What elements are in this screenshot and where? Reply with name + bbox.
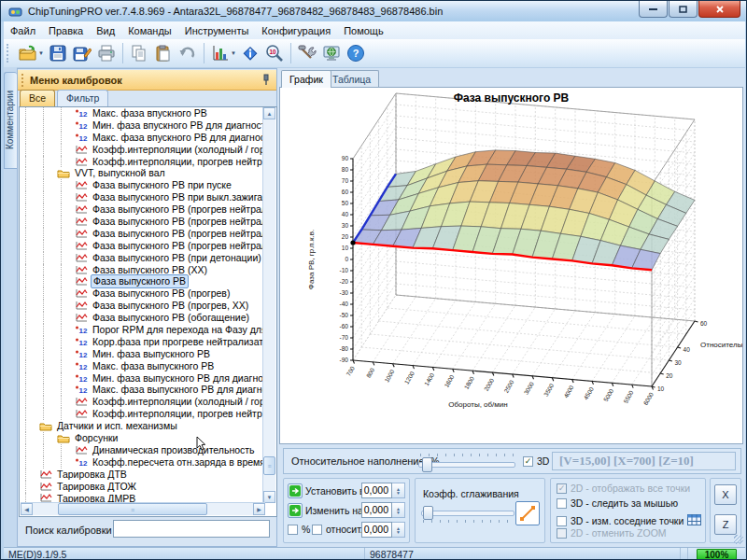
tree-item-label[interactable]: VVT, выпускной вал [73,167,167,179]
tree-item[interactable]: Коэфф.интерполяции (холодный / горячий ) [21,396,265,408]
comments-tab[interactable]: Комментарии [4,72,17,169]
tab-graph[interactable]: График [281,70,331,88]
z-axis-button[interactable]: Z [714,514,737,535]
tree-item[interactable]: Фаза выпускного РВ (прогрев) [21,287,265,300]
tree-item[interactable]: Коэфф.интерполяции, прогрев нейтр. (холо… [21,408,265,420]
print-icon[interactable] [94,42,119,64]
tree-item-label[interactable]: Фаза выпускного РВ (прогрев, ХХ) [91,300,250,312]
tree-item[interactable]: Фаза выпускного РВ (прогрев нейтрализато… [21,203,265,216]
tree-horizontal-scrollbar[interactable]: ◀ ▶ ≡ [21,502,265,515]
tree-item[interactable]: Фаза выпускного РВ (прогрев нейтрал., ХХ… [21,240,265,252]
tree-item[interactable]: Тарировка ДТВ [21,469,265,481]
tree-item-label[interactable]: Коэфф.интерполяции, прогрев нейтр. (холо… [91,408,265,420]
tree-item-label[interactable]: Датчики и исп. механизмы [55,420,179,432]
pin-icon[interactable] [261,73,271,90]
relative-value-spinner[interactable]: 0,000 ▲▼ [361,522,405,538]
menu-item-5[interactable]: Конфигурация [255,23,337,38]
close-button[interactable] [698,1,740,18]
scroll-thumb[interactable]: ≡ [58,503,207,515]
checkbox-box[interactable] [523,456,533,467]
tree-item-label[interactable]: Фаза выпускного РВ (прогрев нейтрализато… [91,203,265,216]
minimize-button[interactable] [639,1,668,18]
tab-filter[interactable]: Фильтр [57,90,108,106]
zoom-10-icon[interactable]: 10 [262,42,287,64]
tree-item[interactable]: Коэфф.интерполяции, прогрев нейтр. (холо… [21,156,265,168]
apply-set-button[interactable] [288,483,303,498]
menu-item-6[interactable]: Помощь [337,23,390,38]
x-axis-button[interactable]: X [714,484,737,505]
chart-dropdown-icon[interactable]: ▼ [231,50,236,56]
tree-item-label[interactable]: Мин. фаза впускного РВ для диагностики [91,119,265,132]
menu-item-0[interactable]: Файл [4,23,42,38]
open-dropdown-icon[interactable]: ▼ [38,50,44,56]
tree-item-label[interactable]: Коэфф.интерполяции, прогрев нейтр. (холо… [91,156,265,168]
tree-item-label[interactable]: Фаза выпускного РВ (обогащение) [91,312,251,324]
scroll-left-icon[interactable]: ◀ [21,503,33,515]
copy-icon[interactable] [127,42,151,64]
tree-item[interactable]: 12Мин. фаза выпускного РВ для диагностик… [21,372,265,385]
tab-all[interactable]: Все [20,90,55,106]
tree-item-label[interactable]: Коэфф.интерполяции (холодный / горячий ) [91,144,265,156]
paste-icon[interactable] [151,42,176,64]
spinner-arrows-icon[interactable]: ▲▼ [392,502,405,518]
tree-item-label[interactable]: Порог RPM для перехода на Фазу для режим… [91,324,265,336]
tree-item[interactable]: Фаза выпускного РВ (прогрев нейтрал., ХХ… [21,228,265,240]
tree-item[interactable]: Динамическая производительность [21,444,265,456]
smoothing-slider[interactable] [421,506,514,518]
tools-icon[interactable] [295,42,319,64]
search-input[interactable] [113,520,270,538]
tree-item[interactable]: Фаза выпускного РВ (обогащение) [21,312,265,324]
tree-item[interactable]: 12Макс. фаза впускного РВ [21,107,265,119]
tree-item-label[interactable]: Фаза выпускного РВ при выкл.зажигания [91,191,265,203]
change-value-spinner[interactable]: 0,000 ▲▼ [361,502,405,518]
tree-folder[interactable]: Форсунки [21,432,265,444]
info-icon[interactable] [238,42,262,64]
tree-item-label[interactable]: Фаза выпускного РВ (прогрев нейтрал., ХХ… [91,228,265,240]
tree-item-label[interactable]: Макс. фаза выпускного РВ для диагностики [91,384,265,396]
tree-item-label[interactable]: Тарировка ДТВ [55,469,129,481]
tree-item[interactable]: 12Макс. фаза впускного РВ для диагностик… [21,132,265,144]
menu-item-3[interactable]: Команды [121,23,178,38]
slider-thumb[interactable] [423,506,433,520]
undo-icon[interactable] [176,42,200,64]
title-bar[interactable]: ChipTuningPRO ver.7.4.8.969 - Antara32L_… [1,1,747,21]
tree-item[interactable]: Фаза выпускного РВ при пуске [21,179,265,191]
network-icon[interactable] [319,42,344,64]
tree-item-label[interactable]: Макс. фаза выпускного РВ [91,360,216,372]
tree-item-label[interactable]: Форсунки [73,432,120,444]
tree-item[interactable]: Фаза выпускного РВ [21,275,265,287]
tree-item-label[interactable]: Фаза выпускного РВ (прогрев нейтрал., ХХ… [91,240,265,252]
checkbox-relative[interactable]: относит. [312,524,363,535]
open-icon[interactable] [16,42,40,64]
tree-item-label[interactable]: Тарировка ДТОЖ [55,481,138,493]
spinner-arrows-icon[interactable]: ▲▼ [392,483,405,498]
chart-area[interactable]: -90-80-70-60-50-40-30-20-100102030405060… [279,87,743,444]
apply-change-button[interactable] [288,503,303,518]
tree-item-label[interactable]: Мин. фаза выпускного РВ [91,348,212,360]
tree-folder[interactable]: Датчики и исп. механизмы [21,420,265,432]
tree-item[interactable]: 12Макс. фаза выпускного РВ для диагности… [21,384,265,396]
tree-item-label[interactable]: Фаза выпускного РВ (при детонации) [91,252,263,264]
save-icon[interactable] [46,42,70,64]
tree-item-label[interactable]: Динамическая производительность [91,444,257,456]
tree-item[interactable]: Фаза выпускного РВ (прогрев, ХХ) [21,300,265,312]
tree-item-label[interactable]: Фаза выпускного РВ (прогрев) [91,287,232,300]
tree-vertical-scrollbar[interactable]: ▲ ▼ ≡ [262,107,275,503]
grid-icon[interactable] [687,512,701,529]
interpolate-button[interactable] [515,501,540,525]
tree-item[interactable]: 12Коэфф.пересчета отн.заряда в время впр… [21,456,265,469]
mode-checkbox-1[interactable]: 3D - следить за мышью [557,497,678,509]
menu-item-4[interactable]: Инструменты [178,23,256,38]
help-icon[interactable]: ? [344,42,368,64]
save-as-icon[interactable] [70,42,94,64]
checkbox-percent[interactable]: % [288,524,310,535]
chart-icon[interactable] [208,42,233,64]
tree-item[interactable]: Фаза выпускного РВ (прогрев нейтрал., хо… [21,216,265,228]
tree-folder[interactable]: VVT, выпускной вал [21,167,265,179]
tree-item[interactable]: 12Макс. фаза выпускного РВ [21,360,265,372]
maximize-button[interactable] [669,1,698,18]
slider-thumb[interactable] [422,457,432,472]
menu-item-1[interactable]: Правка [42,23,90,38]
tree-item[interactable]: 12Корр.фаза при прогреве нейтрализатора [21,336,265,348]
resize-grip[interactable] [734,535,743,544]
